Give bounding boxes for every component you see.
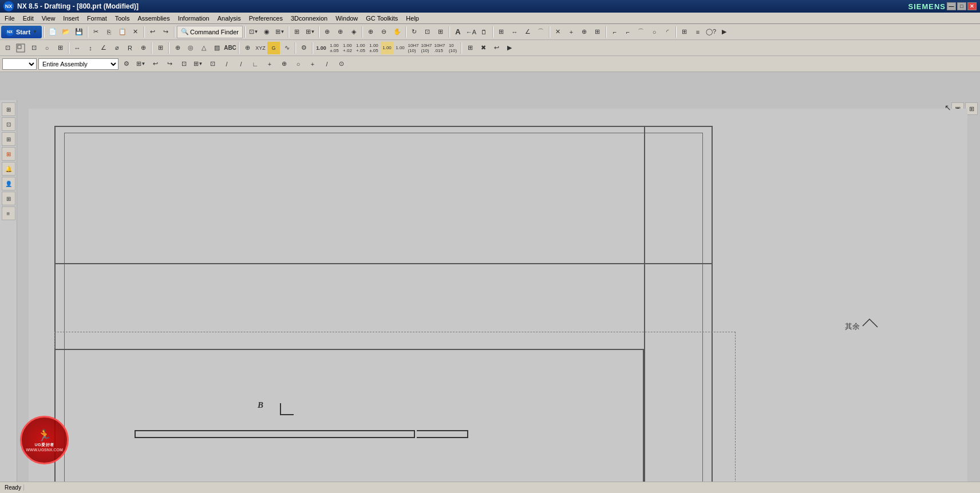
filter-btn-3[interactable]: ↩	[149, 58, 161, 70]
menu-information[interactable]: Information	[175, 14, 213, 23]
menu-insert[interactable]: Insert	[60, 14, 82, 23]
menu-window[interactable]: Window	[332, 14, 361, 23]
command-finder-button[interactable]: 🔍 Command Finder	[177, 26, 243, 38]
ref-button[interactable]: ⊞	[591, 26, 604, 38]
filter-btn-2[interactable]: ⊞▼	[135, 58, 147, 70]
menu-tools[interactable]: Tools	[112, 14, 133, 23]
sidebar-btn-7[interactable]: ⊞	[2, 192, 15, 205]
more3-button[interactable]: ✖	[477, 42, 489, 54]
grid-dropdown[interactable]: ⊞▼	[304, 26, 317, 38]
measure-button[interactable]: ⊞	[495, 26, 508, 38]
filter-btn-10[interactable]: ∟	[249, 58, 262, 70]
hatching-button[interactable]: ▨	[211, 42, 223, 54]
section-view-button[interactable]: ⊡	[27, 42, 40, 54]
orient-button[interactable]: ◉	[260, 26, 273, 38]
target-button[interactable]: ⊕	[578, 26, 591, 38]
tol7-button[interactable]: 1.00	[394, 42, 406, 54]
start-button[interactable]: NX Start ▼	[1, 26, 42, 38]
cut-button[interactable]: ✂	[90, 26, 102, 38]
symbol-button[interactable]: ⊕	[241, 42, 254, 54]
tol8-button[interactable]: 10H7(10)	[407, 42, 420, 54]
settings-button[interactable]: ⚙	[298, 42, 310, 54]
dim1-button[interactable]: ↔	[71, 42, 84, 54]
filter-btn-8[interactable]: /	[220, 58, 233, 70]
zoom-out-button[interactable]: ⊖	[378, 26, 390, 38]
filter-btn-11[interactable]: +	[263, 58, 276, 70]
balloon-button[interactable]: ◯?	[705, 26, 717, 38]
centerline-button[interactable]: ⊕	[171, 42, 184, 54]
filter-dropdown-entire-assembly[interactable]: Entire Assembly	[38, 58, 118, 70]
note-button[interactable]: 🗒	[478, 26, 491, 38]
menu-analysis[interactable]: Analysis	[214, 14, 244, 23]
sym1-button[interactable]: △	[197, 42, 210, 54]
menu-assemblies[interactable]: Assemblies	[134, 14, 173, 23]
sidebar-btn-2[interactable]: ⊡	[2, 117, 15, 131]
dim2-button[interactable]: ↕	[84, 42, 97, 54]
menu-format[interactable]: Format	[84, 14, 110, 23]
xyz-button[interactable]: XYZ	[254, 42, 267, 54]
more4-button[interactable]: ▶	[503, 42, 516, 54]
save-button[interactable]: 💾	[73, 26, 85, 38]
filter-btn-12[interactable]: ⊕	[278, 58, 290, 70]
menu-gc-toolkits[interactable]: GC Toolkits	[362, 14, 401, 23]
arc-button[interactable]: ⌒	[635, 26, 647, 38]
filter-btn-16[interactable]: ⊙	[335, 58, 347, 70]
more-button[interactable]: ▶	[718, 26, 730, 38]
sidebar-btn-6[interactable]: 👤	[2, 177, 15, 190]
dim5-button[interactable]: R	[124, 42, 136, 54]
sidebar-btn-1[interactable]: ⊞	[2, 102, 15, 116]
point-button[interactable]: +	[565, 26, 578, 38]
redo-button[interactable]: ↪	[160, 26, 172, 38]
sidebar-btn-5[interactable]: 🔔	[2, 162, 15, 176]
leader-button[interactable]: ←A	[465, 26, 477, 38]
sidebar-btn-3[interactable]: ⊞	[2, 132, 15, 146]
text2-button[interactable]: ABC	[224, 42, 236, 54]
paste-button[interactable]: 📋	[116, 26, 129, 38]
fit-button[interactable]: ⊡	[421, 26, 434, 38]
undo2-button[interactable]: ↩	[490, 42, 503, 54]
crosshair-button[interactable]: ✕	[552, 26, 564, 38]
center2-button[interactable]: ◎	[184, 42, 197, 54]
filter-btn-1[interactable]: ⚙	[120, 58, 133, 70]
menu-preferences[interactable]: Preferences	[246, 14, 286, 23]
tol6-button[interactable]: 1.00	[381, 42, 393, 54]
grid-button[interactable]: ⊞	[291, 26, 303, 38]
delete-button[interactable]: ✕	[129, 26, 142, 38]
snap2-button[interactable]: ⊕	[334, 26, 347, 38]
snap-button[interactable]: ⊕	[321, 26, 334, 38]
close-button[interactable]: ✕	[967, 2, 977, 10]
wave-button[interactable]: ∿	[280, 42, 293, 54]
tol5-button[interactable]: 1.00±.05	[368, 42, 380, 54]
distance-button[interactable]: ↔	[508, 26, 521, 38]
menu-3dconnexion[interactable]: 3Dconnexion	[287, 14, 331, 23]
tol3-button[interactable]: 1.00+.02	[341, 42, 354, 54]
tol4-button[interactable]: 1.00+.05	[354, 42, 367, 54]
line1-button[interactable]: ⌐	[608, 26, 621, 38]
detail-view-button[interactable]: ○	[41, 42, 53, 54]
rotate-button[interactable]: ↻	[408, 26, 421, 38]
circle-button[interactable]: ○	[648, 26, 661, 38]
dim4-button[interactable]: ⌀	[110, 42, 123, 54]
tol9-button[interactable]: 10H7(10)	[420, 42, 433, 54]
menu-edit[interactable]: Edit	[19, 14, 37, 23]
zoom-window-button[interactable]: ⊞	[434, 26, 447, 38]
view3-button[interactable]: ◈	[347, 26, 360, 38]
copy-button[interactable]: ⎘	[103, 26, 116, 38]
tol10-button[interactable]: 10H7.015	[433, 42, 446, 54]
sidebar-btn-4[interactable]: ⊞	[2, 147, 15, 161]
filter-btn-9[interactable]: /	[235, 58, 247, 70]
menu-view[interactable]: View	[38, 14, 59, 23]
fast-dim-button[interactable]: ⊞	[154, 42, 167, 54]
zoom-in-button[interactable]: ⊕	[365, 26, 377, 38]
table-button[interactable]: ⊞	[678, 26, 691, 38]
tol11-button[interactable]: 10(10)	[446, 42, 459, 54]
base-view-button[interactable]	[14, 42, 27, 54]
filter-btn-6[interactable]: ⊞▼	[192, 58, 204, 70]
filter-btn-5[interactable]: ⊡	[177, 58, 190, 70]
new-button[interactable]: 📄	[46, 26, 59, 38]
undo-button[interactable]: ↩	[147, 26, 159, 38]
open-button[interactable]: 📂	[60, 26, 72, 38]
fillet-button[interactable]: ◜	[661, 26, 674, 38]
orient-dropdown[interactable]: ⊞▼	[274, 26, 286, 38]
dim3-button[interactable]: ∠	[97, 42, 110, 54]
